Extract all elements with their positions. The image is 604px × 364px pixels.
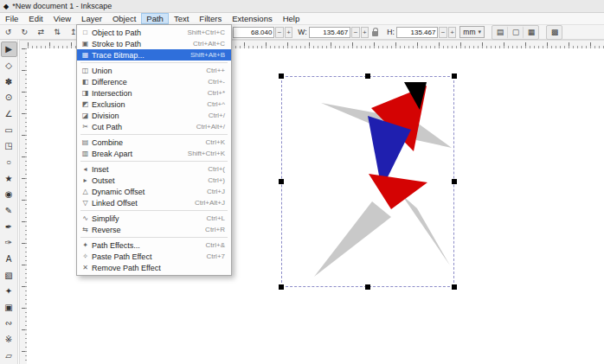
flip-horizontal-button[interactable]: ⇄ [34,26,48,39]
move-patterns-toggle[interactable]: ▩ [547,26,562,39]
menu-view[interactable]: View [48,13,76,24]
figure-left-leg[interactable] [314,201,391,277]
scale-handle-top-center[interactable] [365,73,370,79]
ellipse-tool[interactable]: ○ [1,155,17,170]
text-tool[interactable]: A [1,252,17,267]
exclusion-icon: ◩ [79,100,92,108]
menu-layer[interactable]: Layer [76,13,107,24]
menu-path[interactable]: Path [141,13,169,24]
scale-handle-middle-left[interactable] [279,179,284,184]
title-bar[interactable]: ◆ *New document 1 - Inkscape [0,0,604,13]
spiral-tool[interactable]: ◉ [1,187,17,202]
h-spinner-down[interactable]: − [439,27,447,38]
star-tool[interactable]: ★ [1,170,17,186]
menu-item-path-effects[interactable]: ✦ Path Effects... Ctrl+& [77,239,231,251]
selector-tool[interactable]: ▶ [1,42,17,57]
menu-item-linked-offset[interactable]: ▽ Linked Offset Ctrl+Alt+J [77,197,231,208]
scale-handle-bottom-right[interactable] [452,284,457,290]
bucket-tool[interactable]: ▣ [1,300,17,316]
menu-item-label: Intersection [92,89,201,98]
menu-filters[interactable]: Filters [194,13,227,24]
menu-edit[interactable]: Edit [23,13,48,24]
scale-handle-top-right[interactable] [452,73,457,79]
menu-item-label: Trace Bitmap... [92,51,183,60]
dropper-tool[interactable]: ✦ [1,284,17,299]
menu-item-object-to-path[interactable]: □ Object to Path Shift+Ctrl+C [77,27,231,38]
break-apart-icon: ▥ [79,150,92,157]
y-spinner-down[interactable]: − [275,27,283,38]
menu-extensions[interactable]: Extensions [227,13,277,24]
pen-tool[interactable]: ✒ [1,219,17,234]
tweak-tool[interactable]: ✽ [1,73,17,89]
menu-item-shortcut: Shift+Ctrl+K [188,150,229,157]
menu-item-label: Reverse [92,226,198,234]
lock-icon [371,28,379,36]
menu-item-label: Remove Path Effect [92,264,218,272]
menu-item-inset[interactable]: ◂ Inset Ctrl+( [77,163,231,175]
menu-item-simplify[interactable]: ∿ Simplify Ctrl+L [77,213,231,224]
menu-item-intersection[interactable]: ◨ Intersection Ctrl+* [77,87,231,99]
path-effects-icon: ✦ [79,241,92,249]
menu-item-combine[interactable]: ▤ Combine Ctrl+K [77,137,231,148]
rotate-cw-button[interactable]: ↻ [17,26,32,39]
figure-right-arm[interactable] [414,120,452,148]
menu-item-difference[interactable]: ◧ Difference Ctrl+- [77,76,231,87]
calligraphy-tool[interactable]: ✑ [1,235,17,251]
menu-help[interactable]: Help [278,13,305,24]
menu-item-break-apart[interactable]: ▥ Break Apart Shift+Ctrl+K [77,148,231,159]
scale-gradients-toggle[interactable]: ▦ [524,26,538,39]
menu-item-reverse[interactable]: ⇆ Reverse Ctrl+R [77,224,231,235]
h-field[interactable]: 135.467 [396,27,439,38]
scale-handle-bottom-center[interactable] [365,284,370,290]
rotate-ccw-button[interactable]: ↺ [1,26,16,39]
scale-corners-toggle[interactable]: ▢ [508,26,524,39]
menu-item-union[interactable]: ◫ Union Ctrl++ [77,65,231,76]
menu-item-label: Break Apart [92,150,181,158]
menu-item-paste-path-effect[interactable]: ✧ Paste Path Effect Ctrl+7 [77,251,231,262]
h-spinner-up[interactable]: + [448,27,456,38]
paste-path-effect-icon: ✧ [79,252,92,260]
lock-ratio-toggle[interactable] [370,27,380,37]
menu-item-label: Union [92,67,199,75]
selection-bbox[interactable] [281,76,454,287]
scale-stroke-toggle[interactable]: ▤ [492,26,508,39]
menu-item-dynamic-offset[interactable]: △ Dynamic Offset Ctrl+J [77,186,231,197]
scale-handle-bottom-left[interactable] [279,284,284,290]
node-tool[interactable]: ◇ [1,58,17,73]
menu-item-remove-path-effect[interactable]: ✕ Remove Path Effect [77,262,231,273]
measure-tool[interactable]: ∠ [1,106,17,122]
gradient-tool[interactable]: ▧ [1,267,17,283]
menu-separator [80,134,228,135]
w-spinner-up[interactable]: + [361,27,369,38]
scale-handle-middle-right[interactable] [452,179,457,184]
menu-item-cut-path[interactable]: ✂ Cut Path Ctrl+Alt+/ [77,121,231,132]
trace-bitmap-icon: ▦ [79,51,92,59]
menu-item-outset[interactable]: ▸ Outset Ctrl+) [77,175,231,186]
zoom-tool[interactable]: ⊙ [1,90,17,105]
connector-tool[interactable]: ∾ [1,316,17,331]
menu-item-trace-bitmap[interactable]: ▦ Trace Bitmap... Shift+Alt+B [77,49,231,61]
menu-item-shortcut: Ctrl+R [205,226,229,233]
w-field[interactable]: 135.467 [309,27,351,38]
selected-figure-image[interactable] [282,77,453,286]
menu-item-stroke-to-path[interactable]: ▣ Stroke to Path Ctrl+Alt+C [77,38,231,49]
box3d-tool[interactable]: ◳ [1,138,17,154]
figure-hip[interactable] [369,174,427,209]
w-spinner-down[interactable]: − [351,27,359,38]
menu-object[interactable]: Object [107,13,141,24]
menu-item-exclusion[interactable]: ◩ Exclusion Ctrl+^ [77,99,231,110]
pencil-tool[interactable]: ✎ [1,203,17,219]
unit-dropdown[interactable]: mm ▾ [459,26,485,38]
rectangle-tool[interactable]: ▭ [1,122,17,137]
menu-file[interactable]: File [0,13,23,24]
tool-palette: ▶ ◇ ✽ ⊙ ∠ ▭ ◳ ○ ★ ◉ ✎ ✒ ✑ A ▧ ✦ ▣ ∾ ※ ▱ [0,40,18,364]
y-field[interactable]: 68.040 [233,27,275,38]
menu-text[interactable]: Text [169,13,194,24]
y-spinner-up[interactable]: + [285,27,292,38]
scale-handle-top-left[interactable] [279,73,284,79]
menu-item-division[interactable]: ◪ Division Ctrl+/ [77,110,231,121]
figure-right-leg[interactable] [402,195,450,265]
eraser-tool[interactable]: ▱ [1,348,17,363]
spray-tool[interactable]: ※ [1,332,17,348]
flip-vertical-button[interactable]: ⇅ [50,26,65,39]
